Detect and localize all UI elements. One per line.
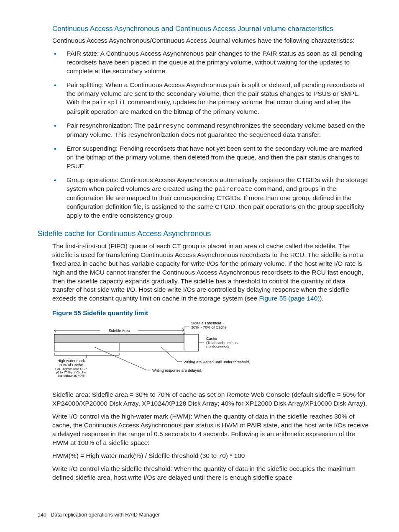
bullet-text: PAIR state: A Continuous Access Asynchro… xyxy=(66,50,363,75)
figure-ref-link[interactable]: Figure 55 (page 140) xyxy=(259,295,320,302)
hwm-formula: HWM(%) = High water mark(%) / Sidefile t… xyxy=(52,452,369,460)
bullet-text: Error suspending: Pending recordsets tha… xyxy=(66,145,362,170)
characteristics-list: PAIR state: A Continuous Access Asynchro… xyxy=(52,49,369,220)
bullet-pair-resync: Pair resynchronization: The pairresync c… xyxy=(52,121,369,139)
cmd-pairresync: pairresync xyxy=(147,123,185,130)
page: Continuous Access Asynchronous and Conti… xyxy=(0,0,399,532)
label-cache: Cache xyxy=(206,337,217,341)
threshold-paragraph: Write I/O control via the sidefile thres… xyxy=(52,465,369,482)
bullet-group-operations: Group operations: Continuous Access Asyn… xyxy=(52,176,369,220)
label-threshold-title: Sidefile Threshold = xyxy=(191,322,225,325)
figure-55-title: Figure 55 Sidefile quantity limit xyxy=(52,309,369,318)
label-cache-sub1: (Total cache minus xyxy=(206,341,238,345)
label-sidefile-area: Sidefile Area xyxy=(109,329,130,333)
figure-55-diagram: Sidefile Area Sidefile Threshold = 30% ~… xyxy=(52,322,312,385)
label-hwm2: 30% of Cache xyxy=(59,363,83,367)
chapter-title: Data replication operations with RAID Ma… xyxy=(51,512,160,518)
label-hwm5: the default is 40% xyxy=(58,374,84,378)
label-threshold-vals: 30% ~ 70% of Cache xyxy=(191,325,227,329)
page-footer: 140 Data replication operations with RAI… xyxy=(38,511,160,519)
label-delayed: Writing response are delayed. xyxy=(152,368,202,373)
label-waited: Writing are waited until under threshold… xyxy=(184,360,250,364)
label-cache-sub2: FlashAccess) xyxy=(206,345,229,349)
heading-sidefile-cache: Sidefile cache for Continuous Access Asy… xyxy=(38,229,369,239)
svg-rect-1 xyxy=(54,334,184,343)
heading-volume-characteristics: Continuous Access Asynchronous and Conti… xyxy=(52,24,369,34)
svg-line-12 xyxy=(94,347,146,370)
bullet-pair-splitting: Pair splitting: When a Continuous Access… xyxy=(52,81,369,116)
bullet-error-suspending: Error suspending: Pending recordsets tha… xyxy=(52,144,369,171)
page-number: 140 xyxy=(38,512,46,518)
sidefile-paragraph: The first-in-first-out (FIFO) queue of e… xyxy=(52,242,369,303)
bullet-pair-state: PAIR state: A Continuous Access Asynchro… xyxy=(52,49,369,76)
cmd-pairsplit: pairsplit xyxy=(92,99,126,106)
bullet-text-a: Pair resynchronization: The xyxy=(66,122,147,129)
svg-line-10 xyxy=(161,347,178,362)
cmd-paircreate: paircreate xyxy=(215,186,252,193)
label-hwm1: High water mark xyxy=(57,359,85,363)
intro-paragraph: Continuous Access Asynchronous/Continuou… xyxy=(52,36,369,45)
p1-text-a: The first-in-first-out (FIFO) queue of e… xyxy=(52,242,363,302)
hwm-paragraph: Write I/O control via the high-water mar… xyxy=(52,412,369,447)
sidefile-area-paragraph: Sidefile area: Sidefile area = 30% to 70… xyxy=(52,391,369,408)
p1-text-b: ). xyxy=(320,295,323,302)
